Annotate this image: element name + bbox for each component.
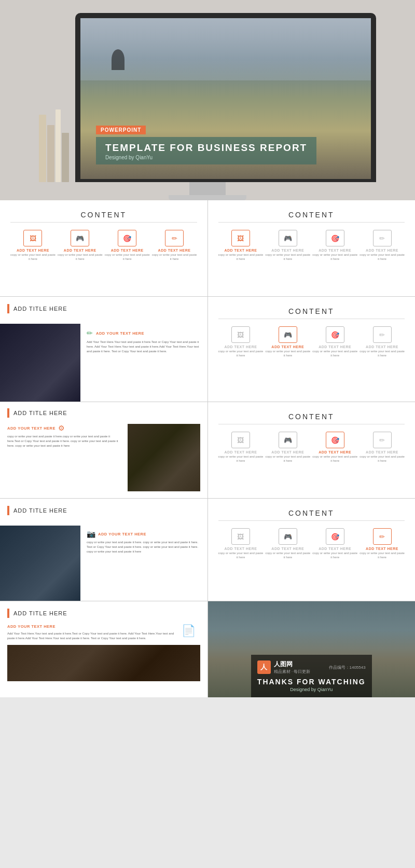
doc-icon-area: 📄 bbox=[182, 624, 200, 638]
icon-label: ADD TEXT HERE bbox=[224, 249, 257, 252]
icon-target-inactive: 🎯 bbox=[326, 230, 344, 246]
icon-label: ADD TEXT HERE bbox=[224, 450, 257, 454]
slide-content-1-left: CONTENT 🖼 ADD TEXT HERE copy or write yo… bbox=[0, 200, 208, 296]
monitor-base bbox=[169, 195, 246, 200]
icon-gamepad-inactive: 🎮 bbox=[279, 230, 297, 246]
icon-label: ADD TEXT HERE bbox=[111, 249, 144, 252]
book-image bbox=[0, 526, 80, 601]
icon-desc: copy or write your text and paste it her… bbox=[265, 350, 310, 358]
icon-label: ADD TEXT HERE bbox=[319, 345, 351, 349]
icon-desc: copy or write your text and paste it her… bbox=[359, 350, 405, 358]
icon-desc: copy or write your text and paste it her… bbox=[218, 455, 264, 463]
icon-label: ADD TEXT HERE bbox=[158, 249, 191, 252]
icon-desc: copy or write your text and paste it her… bbox=[10, 253, 56, 261]
text-heading-5: ADD YOUR TEXT HERE bbox=[7, 624, 56, 629]
icon-label: ADD TEXT HERE bbox=[64, 249, 96, 252]
section-title-5: ADD TITLE HERE bbox=[13, 610, 67, 616]
icons-row-3: 🖼 ADD TEXT HERE copy or write your text … bbox=[218, 326, 405, 358]
thanks-subtitle: Designed by QianYu bbox=[257, 687, 366, 692]
icon-image-active: 🖼 bbox=[231, 230, 250, 246]
icon-target: 🎯 bbox=[118, 230, 136, 246]
icon-item-3r3: 🎯 ADD TEXT HERE copy or write your text … bbox=[312, 432, 357, 463]
section-title-3: ADD TITLE HERE bbox=[13, 410, 67, 416]
watermark-logo-icon: 人 bbox=[257, 660, 271, 674]
section-header-4: ADD TITLE HERE bbox=[7, 506, 200, 515]
slide-subtitle: Designed by QianYu bbox=[105, 155, 307, 160]
icon-item-3r4: ✏ ADD TEXT HERE copy or write your text … bbox=[359, 432, 405, 463]
icon-gamepad-inactive4: 🎮 bbox=[279, 528, 297, 545]
gear-icon: ⚙ bbox=[58, 424, 65, 432]
icon-img-inactive2: 🖼 bbox=[231, 326, 250, 343]
icons-row-4: 🖼 ADD TEXT HERE copy or write your text … bbox=[218, 432, 405, 463]
icon-item-r1: 🖼 ADD TEXT HERE copy or write your text … bbox=[218, 230, 264, 261]
slide-title-3-left: ADD TITLE HERE ADD YOUR TEXT HERE ⚙ copy… bbox=[0, 402, 208, 498]
icon-item-4r1: 🖼 ADD TEXT HERE copy or write your text … bbox=[218, 528, 264, 560]
icon-item-r3: 🎯 ADD TEXT HERE copy or write your text … bbox=[312, 230, 357, 261]
text-heading-2: ADD YOUR TEXT HERE bbox=[96, 331, 144, 336]
icon-desc: copy or write your text and paste it her… bbox=[265, 455, 310, 463]
icon-desc: copy or write your text and paste it her… bbox=[58, 253, 103, 261]
icon-gamepad-active2: 🎮 bbox=[279, 326, 297, 343]
camera-green-icon: 📷 bbox=[87, 530, 95, 538]
section-title-4: ADD TITLE HERE bbox=[13, 507, 67, 514]
thanks-heading: THANKS FOR WATCHING bbox=[257, 678, 366, 686]
icon-target-inactive4: 🎯 bbox=[326, 528, 344, 545]
icon-item-3r1: 🖼 ADD TEXT HERE copy or write your text … bbox=[218, 432, 264, 463]
content-title-4: CONTENT bbox=[218, 412, 405, 424]
icon-target-active3: 🎯 bbox=[326, 432, 344, 448]
icons-row-2: 🖼 ADD TEXT HERE copy or write your text … bbox=[218, 230, 405, 261]
watermark-tagline: 精品素材 · 每日更新 bbox=[274, 669, 311, 674]
icon-label: ADD TEXT HERE bbox=[271, 345, 304, 349]
icon-pencil-inactive2: ✏ bbox=[373, 326, 392, 343]
icon-desc: copy or write your text and paste it her… bbox=[105, 253, 150, 261]
icon-item-2r1: 🖼 ADD TEXT HERE copy or write your text … bbox=[218, 326, 264, 358]
content-title-3: CONTENT bbox=[218, 307, 405, 319]
icon-desc: copy or write your text and paste it her… bbox=[359, 253, 405, 261]
text-body-4: copy or write your text and paste it her… bbox=[87, 540, 201, 554]
icon-label: ADD TEXT HERE bbox=[319, 450, 351, 454]
cards-image bbox=[7, 645, 200, 681]
content-title-1: CONTENT bbox=[10, 211, 197, 223]
icon-item-3r2: 🎮 ADD TEXT HERE copy or write your text … bbox=[265, 432, 310, 463]
icon-item-4r2: 🎮 ADD TEXT HERE copy or write your text … bbox=[265, 528, 310, 560]
pencil-green-icon: ✏ bbox=[87, 329, 93, 337]
slide-content-3-right: CONTENT 🖼 ADD TEXT HERE copy or write yo… bbox=[208, 402, 416, 498]
content-title-2: CONTENT bbox=[218, 211, 405, 223]
icons-row-1: 🖼 ADD TEXT HERE copy or write your text … bbox=[10, 230, 197, 261]
icon-label: ADD TEXT HERE bbox=[366, 450, 398, 454]
text-body-5: Add Your Text Here.Your text and paste i… bbox=[7, 631, 177, 641]
icons-row-5: 🖼 ADD TEXT HERE copy or write your text … bbox=[218, 528, 405, 560]
icon-gamepad-inactive3: 🎮 bbox=[279, 432, 297, 448]
icon-desc: copy or write your text and paste it her… bbox=[265, 253, 310, 261]
icon-pencil: ✏ bbox=[165, 230, 184, 246]
icon-label: ADD TEXT HERE bbox=[224, 345, 257, 349]
phone-image bbox=[0, 324, 80, 402]
orange-bar bbox=[7, 408, 9, 418]
slide-title-4-left: ADD TITLE HERE 📷 ADD YOUR TEXT HERE copy… bbox=[0, 499, 208, 601]
icon-desc: copy or write your text and paste it her… bbox=[359, 552, 405, 560]
section-header-2: ADD TITLE HERE bbox=[7, 304, 200, 313]
icon-label: ADD TEXT HERE bbox=[319, 249, 351, 252]
icon-label: ADD TEXT HERE bbox=[271, 249, 304, 252]
icon-img-inactive4: 🖼 bbox=[231, 528, 250, 545]
icon-label: ADD TEXT HERE bbox=[271, 450, 304, 454]
text-body-2: Add Your Text Here.Your text and paste i… bbox=[87, 340, 201, 354]
orange-bar bbox=[7, 304, 9, 313]
orange-bar bbox=[7, 609, 9, 618]
slide-main-title: TEMPLATE FOR BUSINESS REPORT bbox=[105, 142, 307, 154]
icon-pencil-inactive3: ✏ bbox=[373, 432, 392, 448]
thanks-panel: 人 人图网 精品素材 · 每日更新 作品编号：1405543 THANKS FO… bbox=[208, 601, 416, 697]
icon-desc: copy or write your text and paste it her… bbox=[312, 253, 357, 261]
text-area-2: ✏ ADD YOUR TEXT HERE Add Your Text Here.… bbox=[80, 324, 208, 402]
watermark-site-name: 人图网 bbox=[274, 660, 311, 669]
section-title-2: ADD TITLE HERE bbox=[13, 306, 67, 312]
icon-desc: copy or write your text and paste it her… bbox=[265, 552, 310, 560]
icon-item-r2: 🎮 ADD TEXT HERE copy or write your text … bbox=[265, 230, 310, 261]
icon-item-2r4: ✏ ADD TEXT HERE copy or write your text … bbox=[359, 326, 405, 358]
icon-desc: copy or write your text and paste it her… bbox=[218, 552, 264, 560]
icon-item-4: ✏ ADD TEXT HERE copy or write your text … bbox=[152, 230, 197, 261]
icon-item-4r4: ✏ ADD TEXT HERE copy or write your text … bbox=[359, 528, 405, 560]
icon-desc: copy or write your text and paste it her… bbox=[312, 455, 357, 463]
icon-label: ADD TEXT HERE bbox=[366, 249, 398, 252]
subheading-3: ADD YOUR TEXT HERE bbox=[7, 426, 56, 431]
